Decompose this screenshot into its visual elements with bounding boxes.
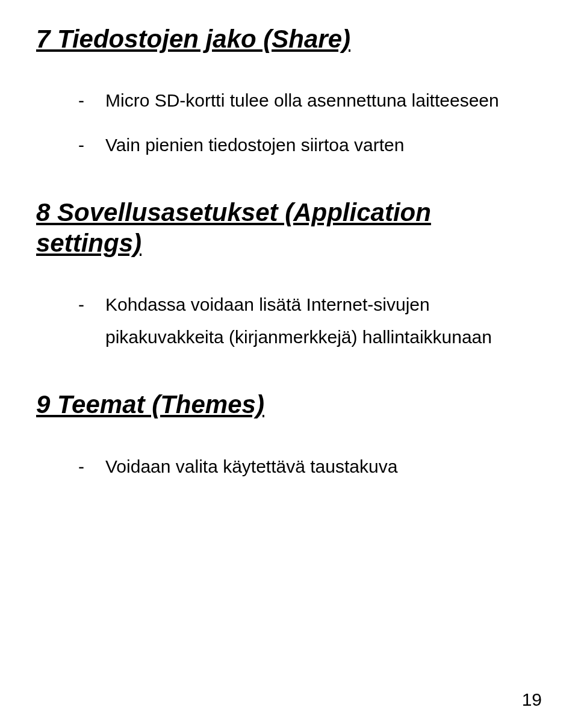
heading-9: 9 Teemat (Themes) [36,390,542,420]
bullet-item: - Micro SD-kortti tulee olla asennettuna… [36,84,542,117]
bullet-marker: - [78,288,84,321]
heading-7: 7 Tiedostojen jako (Share) [36,24,542,54]
section-8: 8 Sovellusasetukset (Application setting… [36,198,542,353]
bullet-text: Voidaan valita käytettävä taustakuva [105,450,397,483]
bullet-marker: - [78,129,84,161]
bullet-marker: - [78,450,84,483]
section-9: 9 Teemat (Themes) - Voidaan valita käyte… [36,390,542,482]
bullet-text: Kohdassa voidaan lisätä Internet-sivujen… [105,288,542,353]
bullet-marker: - [78,84,84,117]
bullet-item: - Kohdassa voidaan lisätä Internet-sivuj… [36,288,542,353]
bullet-list-7: - Micro SD-kortti tulee olla asennettuna… [36,84,542,161]
heading-8: 8 Sovellusasetukset (Application setting… [36,198,542,258]
bullet-item: - Voidaan valita käytettävä taustakuva [36,450,542,483]
bullet-item: - Vain pienien tiedostojen siirtoa varte… [36,129,542,161]
page-number: 19 [522,689,542,710]
bullet-text: Vain pienien tiedostojen siirtoa varten [105,129,404,161]
bullet-list-9: - Voidaan valita käytettävä taustakuva [36,450,542,483]
section-7: 7 Tiedostojen jako (Share) - Micro SD-ko… [36,24,542,161]
bullet-list-8: - Kohdassa voidaan lisätä Internet-sivuj… [36,288,542,353]
bullet-text: Micro SD-kortti tulee olla asennettuna l… [105,84,499,117]
